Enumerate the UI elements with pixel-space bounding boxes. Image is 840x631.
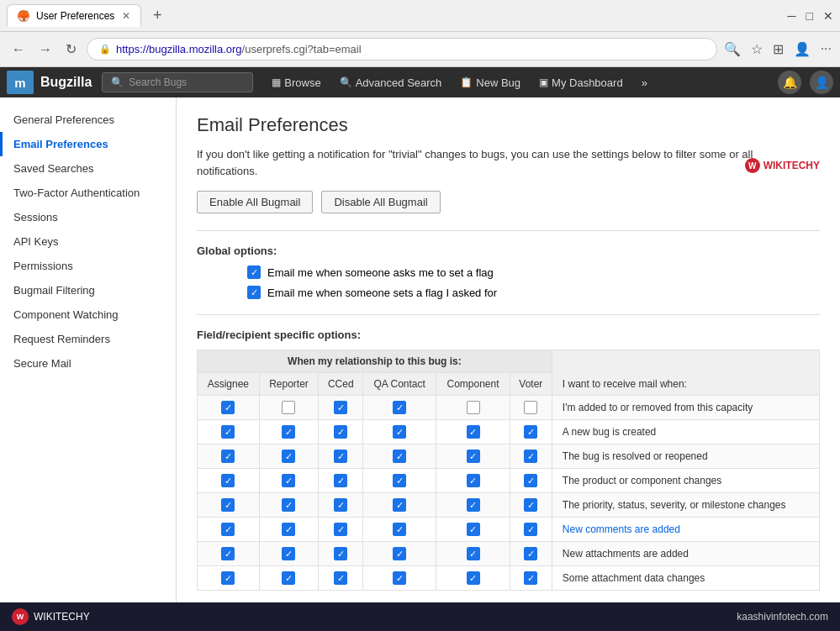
cell-row5-col3[interactable]: ✓ xyxy=(363,518,436,542)
cell-row4-col0[interactable]: ✓ xyxy=(198,493,260,518)
checked-checkbox[interactable]: ✓ xyxy=(393,450,406,463)
unchecked-checkbox[interactable] xyxy=(524,401,537,414)
cell-row5-col2[interactable]: ✓ xyxy=(319,518,363,542)
checked-checkbox[interactable]: ✓ xyxy=(467,498,480,512)
checked-checkbox[interactable]: ✓ xyxy=(221,498,235,512)
cell-row0-col3[interactable]: ✓ xyxy=(363,396,436,420)
cell-row2-col3[interactable]: ✓ xyxy=(363,444,436,469)
checked-checkbox[interactable]: ✓ xyxy=(334,450,347,463)
checked-checkbox[interactable]: ✓ xyxy=(221,450,235,463)
checked-checkbox[interactable]: ✓ xyxy=(334,571,347,585)
sidebar-item-component-watching[interactable]: Component Watching xyxy=(0,302,176,327)
checked-checkbox[interactable]: ✓ xyxy=(282,474,295,487)
cell-row3-col3[interactable]: ✓ xyxy=(363,469,436,493)
checked-checkbox[interactable]: ✓ xyxy=(334,401,347,414)
cell-row2-col2[interactable]: ✓ xyxy=(319,444,363,469)
back-button[interactable]: ← xyxy=(8,39,29,60)
sidebar-item-secure-mail[interactable]: Secure Mail xyxy=(0,351,176,376)
checked-checkbox[interactable]: ✓ xyxy=(282,425,295,439)
checked-checkbox[interactable]: ✓ xyxy=(334,523,347,536)
cell-row1-col1[interactable]: ✓ xyxy=(259,420,319,444)
cell-row7-col0[interactable]: ✓ xyxy=(198,566,260,591)
checked-checkbox[interactable]: ✓ xyxy=(334,425,347,439)
checked-checkbox[interactable]: ✓ xyxy=(334,547,347,560)
cell-row2-col1[interactable]: ✓ xyxy=(259,444,319,469)
checked-checkbox[interactable]: ✓ xyxy=(467,474,480,487)
checked-checkbox[interactable]: ✓ xyxy=(393,401,406,414)
cell-row3-col5[interactable]: ✓ xyxy=(510,469,552,493)
more-options-icon[interactable]: ··· xyxy=(821,41,832,57)
notifications-bell[interactable]: 🔔 xyxy=(778,71,801,94)
cell-row3-col1[interactable]: ✓ xyxy=(259,469,319,493)
address-bar[interactable]: 🔒 https://bugzilla.mozilla.org/userprefs… xyxy=(87,38,717,60)
checked-checkbox[interactable]: ✓ xyxy=(221,523,235,536)
checked-checkbox[interactable]: ✓ xyxy=(282,498,295,512)
close-button[interactable]: ✕ xyxy=(823,9,833,23)
checked-checkbox[interactable]: ✓ xyxy=(282,450,295,463)
cell-row0-col0[interactable]: ✓ xyxy=(198,396,260,420)
sidebar-item-two-factor-auth[interactable]: Two-Factor Authentication xyxy=(0,181,176,205)
cell-row0-col2[interactable]: ✓ xyxy=(319,396,363,420)
checked-checkbox[interactable]: ✓ xyxy=(334,498,347,512)
sidebar-item-api-keys[interactable]: API Keys xyxy=(0,229,176,254)
user-avatar[interactable]: 👤 xyxy=(810,71,833,94)
checked-checkbox[interactable]: ✓ xyxy=(282,547,295,560)
collections-icon[interactable]: ⊞ xyxy=(773,41,784,57)
checked-checkbox[interactable]: ✓ xyxy=(221,401,235,414)
new-tab-button[interactable]: + xyxy=(148,7,167,24)
cell-row0-col5[interactable] xyxy=(510,396,552,420)
enable-all-bugmail-button[interactable]: Enable All Bugmail xyxy=(197,191,313,213)
flag-set-checkbox[interactable]: ✓ xyxy=(247,266,261,279)
checked-checkbox[interactable]: ✓ xyxy=(467,425,480,439)
cell-row5-col5[interactable]: ✓ xyxy=(510,518,552,542)
bookmark-icon[interactable]: ☆ xyxy=(751,41,763,57)
unchecked-checkbox[interactable] xyxy=(467,401,480,414)
disable-all-bugmail-button[interactable]: Disable All Bugmail xyxy=(321,191,440,213)
cell-row4-col3[interactable]: ✓ xyxy=(363,493,436,518)
checked-checkbox[interactable]: ✓ xyxy=(524,474,537,487)
forward-button[interactable]: → xyxy=(35,39,55,60)
checked-checkbox[interactable]: ✓ xyxy=(524,425,537,439)
cell-row4-col1[interactable]: ✓ xyxy=(259,493,319,518)
bugzilla-search-box[interactable]: 🔍 Search Bugs xyxy=(102,72,253,92)
checked-checkbox[interactable]: ✓ xyxy=(467,571,480,585)
cell-row1-col2[interactable]: ✓ xyxy=(319,420,363,444)
checked-checkbox[interactable]: ✓ xyxy=(524,547,537,560)
refresh-button[interactable]: ↻ xyxy=(62,38,80,60)
checked-checkbox[interactable]: ✓ xyxy=(282,523,295,536)
cell-row6-col4[interactable]: ✓ xyxy=(436,542,510,566)
unchecked-checkbox[interactable] xyxy=(282,401,295,414)
flag-asked-checkbox[interactable]: ✓ xyxy=(247,286,261,299)
cell-row7-col4[interactable]: ✓ xyxy=(436,566,510,591)
nav-item-more[interactable]: » xyxy=(633,72,656,93)
checked-checkbox[interactable]: ✓ xyxy=(393,425,406,439)
browser-tab[interactable]: 🦊 User Preferences ✕ xyxy=(7,4,141,27)
cell-row6-col2[interactable]: ✓ xyxy=(319,542,363,566)
nav-item-browse[interactable]: ▦ Browse xyxy=(263,72,329,93)
cell-row2-col5[interactable]: ✓ xyxy=(510,444,552,469)
cell-row1-col3[interactable]: ✓ xyxy=(363,420,436,444)
checked-checkbox[interactable]: ✓ xyxy=(221,571,235,585)
minimize-button[interactable]: ─ xyxy=(788,9,796,23)
sidebar-item-general-preferences[interactable]: General Preferences xyxy=(0,108,176,132)
cell-row1-col5[interactable]: ✓ xyxy=(510,420,552,444)
checked-checkbox[interactable]: ✓ xyxy=(221,474,235,487)
sidebar-item-email-preferences[interactable]: Email Preferences xyxy=(0,132,176,156)
tab-close-button[interactable]: ✕ xyxy=(122,10,130,22)
cell-row4-col4[interactable]: ✓ xyxy=(436,493,510,518)
checked-checkbox[interactable]: ✓ xyxy=(221,425,235,439)
cell-row5-col1[interactable]: ✓ xyxy=(259,518,319,542)
checked-checkbox[interactable]: ✓ xyxy=(221,547,235,560)
nav-item-new-bug[interactable]: 📋 New Bug xyxy=(452,72,529,93)
checked-checkbox[interactable]: ✓ xyxy=(524,498,537,512)
checked-checkbox[interactable]: ✓ xyxy=(467,523,480,536)
cell-row0-col1[interactable] xyxy=(259,396,319,420)
checked-checkbox[interactable]: ✓ xyxy=(282,571,295,585)
cell-row4-col2[interactable]: ✓ xyxy=(319,493,363,518)
cell-row4-col5[interactable]: ✓ xyxy=(510,493,552,518)
checked-checkbox[interactable]: ✓ xyxy=(524,571,537,585)
cell-row1-col0[interactable]: ✓ xyxy=(198,420,260,444)
checked-checkbox[interactable]: ✓ xyxy=(524,523,537,536)
cell-row0-col4[interactable] xyxy=(436,396,510,420)
checked-checkbox[interactable]: ✓ xyxy=(393,571,406,585)
